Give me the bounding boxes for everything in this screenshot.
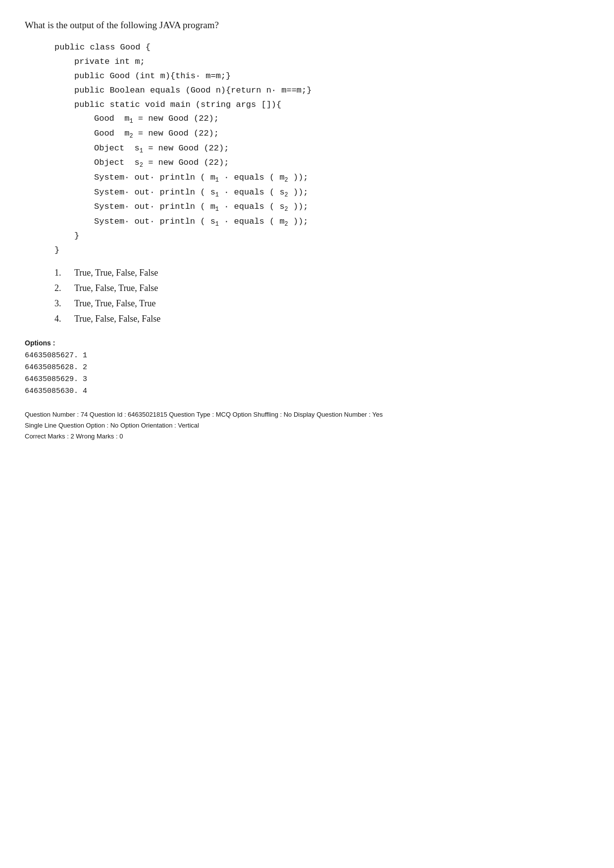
option-2: 2. True, False, True, False — [54, 283, 589, 293]
option-4-text: True, False, False, False — [74, 314, 160, 324]
meta-line-1: Question Number : 74 Question Id : 64635… — [25, 409, 589, 420]
code-line-9: Object s2 = new Good (22); — [54, 156, 589, 171]
options-label: Options : — [25, 339, 589, 347]
code-line-2: private int m; — [54, 55, 589, 69]
option-code-3: 64635085629. 3 — [25, 374, 589, 386]
option-3: 3. True, True, False, True — [54, 298, 589, 309]
code-line-5: public static void main (string args [])… — [54, 98, 589, 112]
option-1: 1. True, True, False, False — [54, 268, 589, 278]
option-3-number: 3. — [54, 298, 74, 309]
answer-options: 1. True, True, False, False 2. True, Fal… — [54, 268, 589, 324]
option-2-number: 2. — [54, 283, 74, 293]
code-line-4: public Boolean equals (Good n){return n·… — [54, 84, 589, 98]
code-line-12: System· out· println ( m1 · equals ( s2 … — [54, 200, 589, 215]
code-line-11: System· out· println ( s1 · equals ( s2 … — [54, 186, 589, 200]
code-line-10: System· out· println ( m1 · equals ( m2 … — [54, 171, 589, 186]
meta-info: Question Number : 74 Question Id : 64635… — [25, 409, 589, 442]
option-code-4: 64635085630. 4 — [25, 386, 589, 397]
question-text: What is the output of the following JAVA… — [25, 20, 589, 31]
code-block: public class Good { private int m; publi… — [54, 41, 589, 258]
option-code-1: 64635085627. 1 — [25, 350, 589, 362]
meta-line-3: Correct Marks : 2 Wrong Marks : 0 — [25, 431, 589, 442]
option-code-2: 64635085628. 2 — [25, 362, 589, 374]
code-line-13: System· out· println ( s1 · equals ( m2 … — [54, 215, 589, 230]
option-4-number: 4. — [54, 314, 74, 324]
code-line-7: Good m2 = new Good (22); — [54, 127, 589, 142]
code-line-6: Good m1 = new Good (22); — [54, 112, 589, 127]
question-container: What is the output of the following JAVA… — [25, 20, 589, 442]
option-3-text: True, True, False, True — [74, 298, 155, 309]
options-section: Options : 64635085627. 1 64635085628. 2 … — [25, 339, 589, 397]
code-line-1: public class Good { — [54, 41, 589, 55]
code-line-3: public Good (int m){this· m=m;} — [54, 69, 589, 84]
code-line-15: } — [54, 243, 589, 258]
code-line-14: } — [54, 229, 589, 243]
option-1-text: True, True, False, False — [74, 268, 158, 278]
option-4: 4. True, False, False, False — [54, 314, 589, 324]
code-line-8: Object s1 = new Good (22); — [54, 142, 589, 156]
meta-line-2: Single Line Question Option : No Option … — [25, 420, 589, 431]
option-2-text: True, False, True, False — [74, 283, 158, 293]
option-1-number: 1. — [54, 268, 74, 278]
